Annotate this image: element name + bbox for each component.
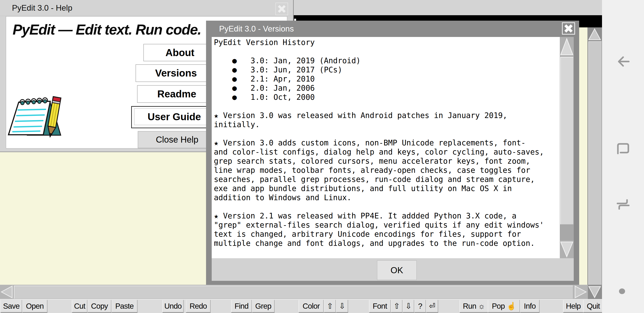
toolbar-pop-button[interactable]: Pop ☝ (488, 300, 520, 313)
toolbar-info-button[interactable]: Info (520, 300, 540, 313)
recents-rect-icon[interactable] (615, 142, 631, 154)
dialog-scroll-down-arrow-icon[interactable] (560, 240, 574, 258)
dialog-scrollbar-trough[interactable] (560, 224, 574, 240)
main-horizontal-scrollbar-thumb[interactable] (14, 286, 573, 299)
help-window-titlebar[interactable]: PyEdit 3.0 - Help (0, 0, 293, 16)
pop-label: Pop (492, 302, 505, 310)
versions-close-icon[interactable] (562, 22, 575, 34)
scroll-right-arrow-icon[interactable] (574, 285, 588, 299)
dialog-scrollbar-thumb[interactable] (560, 57, 573, 224)
toolbar-find-button[interactable]: Find (231, 300, 252, 313)
toolbar-paste-button[interactable]: Paste (112, 300, 138, 313)
dialog-scroll-up-arrow-icon[interactable] (560, 37, 574, 56)
font-help-button[interactable]: ? (414, 300, 426, 313)
dialog-vertical-scrollbar[interactable] (560, 37, 574, 258)
versions-dialog-title: PyEdit 3.0 - Versions (219, 21, 294, 37)
toolbar-redo-button[interactable]: Redo (186, 300, 210, 313)
toolbar-open-button[interactable]: Open (22, 300, 48, 313)
user-guide-button[interactable]: User Guide (134, 108, 214, 125)
versions-dialog: PyEdit 3.0 - Versions PyEdit Version His… (206, 21, 579, 285)
help-heading: PyEdit — Edit text. Run code. (12, 21, 201, 38)
font-down-arrow-icon[interactable]: ⇩ (402, 300, 414, 313)
scroll-left-arrow-icon[interactable] (0, 285, 14, 299)
scroll-down-arrow-icon[interactable] (588, 285, 602, 299)
main-vertical-scrollbar-thumb[interactable] (588, 41, 602, 285)
toolbar-copy-button[interactable]: Copy (88, 300, 112, 313)
toolbar-help-button[interactable]: Help (563, 300, 584, 313)
toolbar-grep-button[interactable]: Grep (252, 300, 274, 313)
toolbar-undo-button[interactable]: Undo (162, 300, 184, 313)
keyboard-switch-icon[interactable] (615, 198, 631, 211)
android-nav-bar (602, 0, 644, 313)
return-key-icon[interactable]: ⏎ (426, 300, 438, 313)
close-help-button[interactable]: Close Help (138, 131, 216, 148)
bottom-toolbar: Save Open Cut Copy Paste Undo Redo Find … (0, 299, 603, 313)
toolbar-cut-button[interactable]: Cut (72, 300, 88, 313)
font-up-arrow-icon[interactable]: ⇧ (391, 300, 402, 313)
about-button[interactable]: About (144, 44, 216, 61)
background-window-top-strip (293, 0, 602, 15)
versions-button[interactable]: Versions (136, 64, 216, 82)
ok-button[interactable]: OK (377, 260, 417, 280)
versions-text: PyEdit Version History ● 3.0: Jan, 2019 … (214, 38, 560, 248)
versions-text-area: PyEdit Version History ● 3.0: Jan, 2019 … (212, 37, 574, 258)
color-down-arrow-icon[interactable]: ⇩ (336, 300, 348, 313)
android-screen: Save Open Cut Copy Paste Undo Redo Find … (0, 0, 644, 313)
toolbar-save-button[interactable]: Save (0, 300, 22, 313)
gear-icon: ☼ (478, 302, 485, 310)
toolbar-quit-button[interactable]: Quit (583, 300, 604, 313)
scroll-up-arrow-icon[interactable] (588, 28, 602, 41)
help-close-icon[interactable] (276, 2, 288, 15)
nav-dot-icon[interactable] (619, 288, 625, 294)
notepad-pencil-icon (7, 94, 63, 141)
user-guide-focus-frame: User Guide (131, 106, 217, 128)
toolbar-run-button[interactable]: Run ☼ (460, 300, 488, 313)
readme-button[interactable]: Readme (137, 85, 216, 103)
color-up-arrow-icon[interactable]: ⇧ (324, 300, 336, 313)
toolbar-color-button[interactable]: Color (298, 300, 324, 313)
run-label: Run (463, 302, 476, 310)
back-arrow-icon[interactable] (616, 54, 631, 69)
help-window-title: PyEdit 3.0 - Help (12, 0, 72, 16)
toolbar-font-button[interactable]: Font (369, 300, 391, 313)
pointing-hand-icon: ☝ (507, 302, 516, 310)
